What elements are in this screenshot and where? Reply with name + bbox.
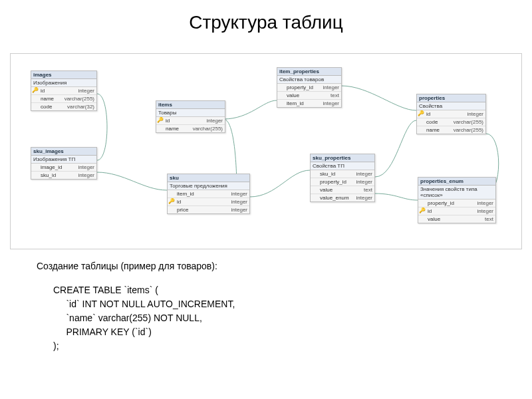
table-sku: sku Торговые предложения item_idinteger … xyxy=(167,174,250,214)
table-name: item_properties xyxy=(277,68,341,76)
table-subtitle: Свойства ТП xyxy=(311,162,374,170)
table-subtitle: Изображения ТП xyxy=(31,156,96,164)
table-name: sku_images xyxy=(31,148,96,156)
sql-code-block: CREATE TABLE `items` ( `id` INT NOT NULL… xyxy=(53,283,235,353)
key-icon: 🔑 xyxy=(31,87,39,94)
table-properties: properties Свойства 🔑idinteger codevarch… xyxy=(416,94,486,134)
diagram-canvas: images Изображения 🔑idinteger namevarcha… xyxy=(10,53,522,249)
table-subtitle: Свойства xyxy=(417,102,485,110)
key-icon: 🔑 xyxy=(417,110,425,118)
table-items: items Товары 🔑idinteger namevarchar(255) xyxy=(156,100,225,133)
table-name: items xyxy=(156,101,225,109)
table-name: sku xyxy=(168,174,249,182)
table-sku-properties: sku_properties Свойства ТП sku_idinteger… xyxy=(310,154,375,202)
slide-title: Структура таблиц xyxy=(0,12,532,33)
key-icon: 🔑 xyxy=(168,198,176,205)
table-images: images Изображения 🔑idinteger namevarcha… xyxy=(31,70,97,111)
table-name: sku_properties xyxy=(311,154,374,162)
key-icon: 🔑 xyxy=(156,117,164,124)
table-item-properties: item_properties Свойства товаров propert… xyxy=(277,67,342,108)
table-properties-enum: properties_enum Значения свойств типа «с… xyxy=(418,177,496,223)
sql-caption: Создание таблицы (пример для товаров): xyxy=(37,261,217,271)
table-subtitle: Торговые предложения xyxy=(168,182,249,190)
table-subtitle: Товары xyxy=(156,109,225,117)
table-sku-images: sku_images Изображения ТП image_idintege… xyxy=(31,147,97,180)
table-name: properties_enum xyxy=(418,178,495,186)
table-name: properties xyxy=(417,94,485,102)
table-subtitle: Изображения xyxy=(31,79,96,87)
table-subtitle: Значения свойств типа «список» xyxy=(418,186,495,200)
table-subtitle: Свойства товаров xyxy=(277,76,341,84)
key-icon: 🔑 xyxy=(418,207,426,215)
table-name: images xyxy=(31,71,96,79)
